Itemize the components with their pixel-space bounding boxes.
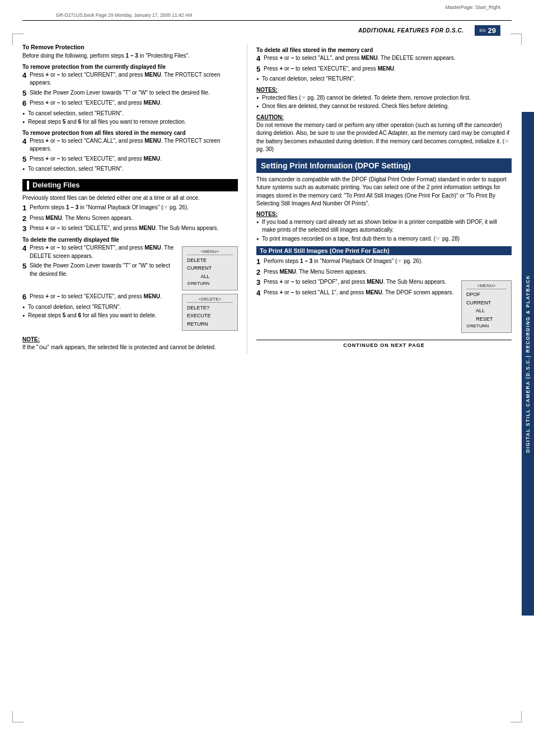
corner-mark-bl [12,711,24,722]
print-step4: 4 Press + or – to select "ALL 1", and pr… [256,289,457,298]
print-all-title: To Print All Still Images (One Print For… [256,246,512,255]
del-all-step4: 4 Press + or – to select "ALL", and pres… [256,54,512,63]
step-5-remove-all: 5 Press + or – to select "EXECUTE", and … [22,155,238,164]
file-info-bar: GR-D271US.book Page 29 Monday, January 1… [22,11,512,21]
del-step3: 3 Press + or – to select "DELETE", and p… [22,224,238,233]
deleting-files-section: Deleting Files Previously stored files c… [22,179,238,352]
print-notes-bullet1: If you load a memory card already set as… [256,218,512,234]
setting-print-intro: This camcorder is compatible with the DP… [256,176,512,208]
sidebar-label: DIGITAL STILL CAMERA (D.S.C.) RECORDING … [525,275,531,453]
continued-bar: CONTINUED ON NEXT PAGE [256,340,512,348]
corner-mark-tl [12,34,24,45]
masterpage-label: MasterPage: Start_Right [445,4,500,10]
notes-bullet1: Protected files (☞ pg. 28) cannot be del… [256,94,512,102]
del-all-step5: 5 Press + or – to select "EXECUTE", and … [256,65,512,74]
caution-section: CAUTION: Do not remove the memory card o… [256,114,512,154]
remove-protection-section: To Remove Protection Before doing the fo… [22,44,238,173]
del-step2: 2 Press MENU. The Menu Screen appears. [22,214,238,223]
remove-current-bullet2: Repeat steps 5 and 6 for all files you w… [22,118,238,126]
print-step3: 3 Press + or – to select "DPOF", and pre… [256,278,457,287]
main-content: To Remove Protection Before doing the fo… [0,38,534,359]
menu-box-dpof: <MENU> DPOF CURRENT ALL RESET ⊙RETURN [461,280,512,332]
notes-title: NOTES: [256,87,512,93]
delete-all-section: To delete all files stored in the memory… [256,47,512,83]
page-container: DIGITAL STILL CAMERA (D.S.C.) RECORDING … [0,0,534,756]
notes-bullet2: Once files are deleted, they cannot be r… [256,102,512,111]
menu-box-1: <MENU> DELETE CURRENT ALL ⊙RETURN [182,246,238,290]
corner-mark-br [510,711,522,722]
deleting-files-title: Deleting Files [32,181,80,189]
print-notes-bullet2: To print images recorded on a tape, firs… [256,235,512,243]
del-all-bullet1: To cancel deletion, select "RETURN". [256,75,512,83]
print-notes-section: NOTES: If you load a memory card already… [256,211,512,243]
bar-indicator [27,181,29,190]
print-step3-area: <MENU> DPOF CURRENT ALL RESET ⊙RETURN 3 … [256,278,512,335]
remove-current-bullet1: To cancel selection, select "RETURN". [22,110,238,118]
print-notes-title: NOTES: [256,211,512,217]
corner-mark-tr [510,34,522,45]
del-step6-area: <DELETE> DELETE? EXECUTE RETURN 6 Press … [22,293,238,333]
top-meta-bar: MasterPage: Start_Right [0,0,534,11]
page-header-content: ADDITIONAL FEATURES FOR D.S.C. EN 29 [358,25,500,36]
del-note-text: If the "⊙ω" mark appears, the selected f… [22,344,238,352]
del-step4: 4 Press + or – to select "CURRENT", and … [22,244,177,260]
notes-section: NOTES: Protected files (☞ pg. 28) cannot… [256,87,512,111]
del-step5: 5 Slide the Power Zoom Lever towards "T"… [22,262,177,278]
del-note-section: NOTE: If the "⊙ω" mark appears, the sele… [22,336,238,352]
del-currently-title: To delete the currently displayed file [22,237,238,243]
all-files-title: To remove protection from all files stor… [22,130,238,136]
page-number-box: EN 29 [475,25,500,36]
page-number: 29 [488,26,496,35]
right-column: To delete all files stored in the memory… [247,44,512,354]
additional-features-label: ADDITIONAL FEATURES FOR D.S.C. [358,27,464,34]
right-sidebar: DIGITAL STILL CAMERA (D.S.C.) RECORDING … [522,112,534,616]
remove-protection-intro: Before doing the following, perform step… [22,52,238,60]
print-step1: 1 Perform steps 1 – 3 in "Normal Playbac… [256,257,512,266]
del-bullet1: To cancel deletion, select "RETURN". [22,303,238,312]
del-bullet2: Repeat steps 5 and 6 for all files you w… [22,312,238,320]
deleting-files-intro: Previously stored files can be deleted e… [22,194,238,203]
currently-displayed-title: To remove protection from the currently … [22,64,238,70]
remove-protection-title: To Remove Protection [22,44,238,50]
step-4-remove-current: 4 Press + or – to select "CURRENT", and … [22,71,238,87]
del-step6: 6 Press + or – to select "EXECUTE", and … [22,293,177,302]
continued-text: CONTINUED ON NEXT PAGE [343,342,424,348]
remove-all-bullet1: To cancel selection, select "RETURN". [22,165,238,173]
page-header: ADDITIONAL FEATURES FOR D.S.C. EN 29 [0,21,534,38]
print-step2: 2 Press MENU. The Menu Screen appears. [256,268,512,277]
delete-all-title: To delete all files stored in the memory… [256,47,512,53]
step-5-remove-current: 5 Slide the Power Zoom Lever towards "T"… [22,89,238,98]
step-6-remove-current: 6 Press + or – to select "EXECUTE", and … [22,99,238,108]
del-step4-area: <MENU> DELETE CURRENT ALL ⊙RETURN 4 Pres… [22,244,238,293]
step-4-remove-all: 4 Press + or – to select "CANC.ALL", and… [22,137,238,153]
del-note-title: NOTE: [22,336,238,342]
deleting-files-header: Deleting Files [22,179,238,191]
file-info-text: GR-D271US.book Page 29 Monday, January 1… [56,12,192,18]
del-step1: 1 Perform steps 1 – 3 in "Normal Playbac… [22,204,238,213]
caution-text: Do not remove the memory card or perform… [256,121,512,154]
left-column: To Remove Protection Before doing the fo… [22,44,247,354]
en-label: EN [479,28,485,33]
setting-print-title: Setting Print Information (DPOF Setting) [256,158,512,173]
setting-print-section: Setting Print Information (DPOF Setting)… [256,158,512,335]
caution-title: CAUTION: [256,114,512,120]
